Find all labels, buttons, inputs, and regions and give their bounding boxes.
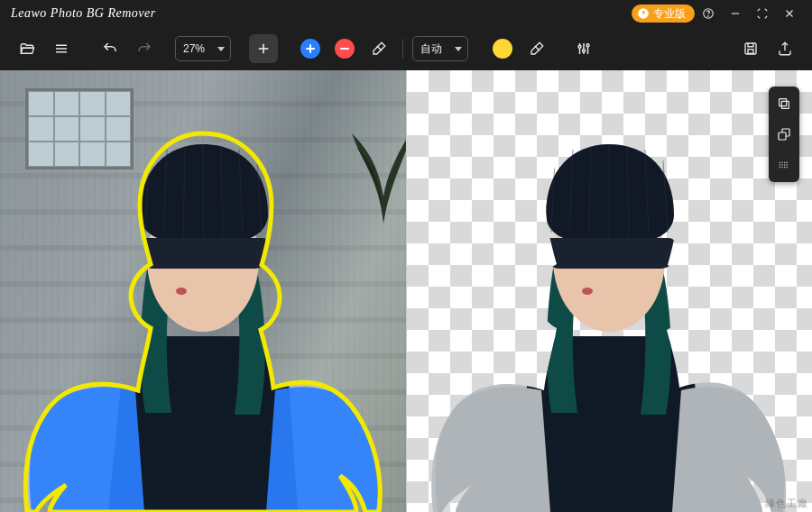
svg-rect-37 xyxy=(780,99,787,106)
svg-point-13 xyxy=(583,50,586,52)
save-button[interactable] xyxy=(736,34,765,63)
color-mark-tool[interactable] xyxy=(488,34,517,63)
export-button[interactable] xyxy=(770,34,799,63)
red-minus-icon xyxy=(335,39,355,59)
title-bar: Leawo Photo BG Remover 专业版 xyxy=(0,0,812,27)
svg-rect-17 xyxy=(748,50,753,54)
toolbar-separator xyxy=(402,39,403,59)
redo-button[interactable] xyxy=(130,34,159,63)
subject-with-selection xyxy=(0,79,406,512)
canvas-area xyxy=(0,70,812,512)
pro-badge[interactable]: 专业版 xyxy=(632,5,695,23)
chevron-down-icon xyxy=(455,47,462,51)
svg-point-1 xyxy=(708,16,709,17)
add-selection-tool[interactable] xyxy=(249,34,278,63)
undo-button[interactable] xyxy=(96,34,125,63)
yellow-dot-icon xyxy=(493,39,512,59)
open-file-button[interactable] xyxy=(13,34,42,63)
svg-point-15 xyxy=(586,44,589,47)
side-tool-panel xyxy=(769,87,799,182)
effects-button[interactable] xyxy=(769,151,799,178)
original-pane[interactable] xyxy=(0,70,406,512)
bolt-icon xyxy=(637,7,650,20)
minimize-button[interactable] xyxy=(722,0,749,27)
close-button[interactable] xyxy=(776,0,803,27)
svg-rect-16 xyxy=(745,43,756,54)
copy-layer-button[interactable] xyxy=(769,90,799,117)
pro-badge-label: 专业版 xyxy=(653,6,686,22)
mode-value: 自动 xyxy=(420,41,442,57)
svg-rect-36 xyxy=(781,101,789,108)
zoom-select[interactable]: 27% xyxy=(175,36,231,61)
app-title: Leawo Photo BG Remover xyxy=(11,6,156,21)
result-pane[interactable] xyxy=(407,70,813,512)
chevron-down-icon xyxy=(217,47,225,51)
blue-plus-icon xyxy=(300,39,320,59)
mode-select[interactable]: 自动 xyxy=(412,36,468,61)
svg-point-11 xyxy=(578,45,581,48)
svg-rect-39 xyxy=(779,133,786,140)
zoom-value: 27% xyxy=(183,42,205,55)
mark-remove-tool[interactable] xyxy=(330,34,359,63)
watermark: 綠色工廠 xyxy=(765,497,808,510)
help-button[interactable] xyxy=(695,0,722,27)
subject-cutout xyxy=(407,79,813,512)
maximize-button[interactable] xyxy=(749,0,776,27)
eraser-tool-2[interactable] xyxy=(522,34,551,63)
mark-keep-tool[interactable] xyxy=(296,34,325,63)
menu-button[interactable] xyxy=(47,34,76,63)
eraser-tool[interactable] xyxy=(364,34,393,63)
main-toolbar: 27% 自动 xyxy=(0,27,812,70)
adjust-tool[interactable] xyxy=(569,34,598,63)
layers-button[interactable] xyxy=(769,121,799,148)
